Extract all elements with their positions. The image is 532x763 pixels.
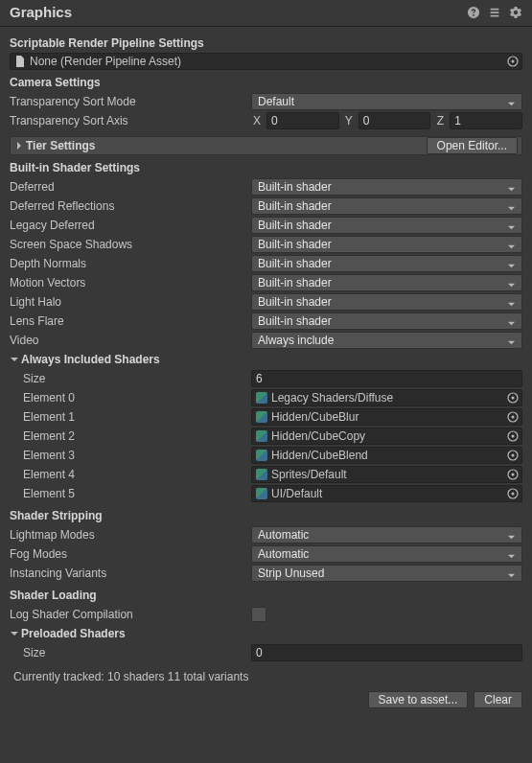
- builtin-row-label: Legacy Deferred: [10, 219, 251, 232]
- srp-title: Scriptable Render Pipeline Settings: [10, 36, 522, 50]
- stripping-title: Shader Stripping: [10, 509, 522, 522]
- file-icon: [14, 56, 26, 67]
- chevron-down-icon: [507, 98, 516, 106]
- element-label: Element 3: [10, 449, 251, 462]
- chevron-down-icon: [10, 355, 19, 364]
- builtin-row-dropdown[interactable]: Built-in shader: [251, 274, 522, 291]
- shader-icon: [256, 469, 267, 480]
- page-title: Graphics: [10, 4, 467, 20]
- shader-icon: [256, 430, 267, 442]
- gear-icon[interactable]: [509, 6, 522, 19]
- axis-z-input[interactable]: [450, 112, 522, 129]
- builtin-row-dropdown[interactable]: Built-in shader: [251, 197, 522, 215]
- included-size-input[interactable]: [251, 370, 522, 387]
- element-shader-field[interactable]: Hidden/CubeCopy: [251, 428, 522, 445]
- axis-y-input[interactable]: [359, 112, 431, 129]
- object-picker-icon[interactable]: [506, 391, 520, 405]
- fog-dropdown[interactable]: Automatic: [251, 545, 522, 563]
- chevron-down-icon: [507, 550, 516, 559]
- object-picker-icon[interactable]: [506, 55, 520, 68]
- element-shader-field[interactable]: UI/Default: [251, 485, 522, 502]
- object-picker-icon[interactable]: [506, 429, 520, 443]
- builtin-row-dropdown[interactable]: Built-in shader: [251, 178, 522, 196]
- open-editor-button[interactable]: Open Editor...: [427, 137, 518, 154]
- builtin-row-dropdown[interactable]: Built-in shader: [251, 217, 522, 234]
- chevron-down-icon: [507, 202, 516, 211]
- object-picker-icon[interactable]: [506, 468, 520, 481]
- shader-icon: [256, 488, 267, 499]
- axis-x-input[interactable]: [266, 112, 339, 129]
- instancing-dropdown[interactable]: Strip Unused: [251, 565, 522, 582]
- preloaded-size-input[interactable]: [251, 644, 522, 661]
- element-shader-field[interactable]: Legacy Shaders/Diffuse: [251, 389, 522, 406]
- element-label: Element 1: [10, 410, 251, 424]
- svg-point-9: [512, 454, 515, 457]
- srp-asset-field[interactable]: None (Render Pipeline Asset): [10, 53, 522, 70]
- builtin-row-label: Deferred Reflections: [10, 199, 251, 213]
- video-label: Video: [10, 334, 251, 347]
- video-dropdown[interactable]: Always include: [251, 332, 522, 349]
- element-shader-field[interactable]: Hidden/CubeBlend: [251, 447, 522, 464]
- srp-asset-value: None (Render Pipeline Asset): [30, 55, 506, 68]
- preloaded-foldout[interactable]: Preloaded Shaders: [10, 627, 522, 640]
- chevron-down-icon: [10, 629, 19, 638]
- clear-button[interactable]: Clear: [474, 691, 522, 708]
- axis-z-label: Z: [434, 114, 446, 127]
- object-picker-icon[interactable]: [506, 487, 520, 500]
- element-label: Element 5: [10, 487, 251, 500]
- element-label: Element 2: [10, 429, 251, 443]
- element-shader-field[interactable]: Hidden/CubeBlur: [251, 408, 522, 426]
- log-shader-checkbox[interactable]: [251, 607, 266, 622]
- help-icon[interactable]: [467, 6, 480, 19]
- loading-title: Shader Loading: [10, 589, 522, 602]
- chevron-right-icon: [14, 141, 24, 150]
- shader-icon: [256, 450, 267, 461]
- svg-point-3: [512, 397, 515, 400]
- builtin-row-dropdown[interactable]: Built-in shader: [251, 236, 522, 253]
- svg-point-1: [512, 60, 515, 63]
- chevron-down-icon: [507, 569, 516, 578]
- builtin-row-dropdown[interactable]: Built-in shader: [251, 293, 522, 311]
- builtin-title: Built-in Shader Settings: [10, 161, 522, 174]
- tracked-text: Currently tracked: 10 shaders 11 total v…: [13, 670, 522, 683]
- fog-label: Fog Modes: [10, 547, 251, 561]
- axis-x-label: X: [251, 114, 263, 127]
- chevron-down-icon: [507, 298, 516, 307]
- chevron-down-icon: [507, 260, 516, 268]
- builtin-row-label: Lens Flare: [10, 314, 251, 328]
- tier-settings-foldout[interactable]: Tier Settings Open Editor...: [10, 136, 522, 155]
- svg-point-13: [512, 493, 515, 496]
- object-picker-icon[interactable]: [506, 449, 520, 462]
- transparency-sort-mode-dropdown[interactable]: Default: [251, 93, 522, 110]
- chevron-down-icon: [507, 183, 516, 192]
- svg-point-7: [512, 435, 515, 438]
- element-label: Element 0: [10, 391, 251, 405]
- lightmap-dropdown[interactable]: Automatic: [251, 526, 522, 543]
- element-label: Element 4: [10, 468, 251, 481]
- element-shader-field[interactable]: Sprites/Default: [251, 466, 522, 483]
- svg-point-11: [512, 474, 515, 476]
- chevron-down-icon: [507, 317, 516, 326]
- chevron-down-icon: [507, 336, 516, 345]
- builtin-row-label: Deferred: [10, 180, 251, 194]
- svg-point-5: [512, 416, 515, 419]
- save-to-asset-button[interactable]: Save to asset...: [368, 691, 469, 708]
- presets-icon[interactable]: [488, 6, 501, 19]
- builtin-row-dropdown[interactable]: Built-in shader: [251, 255, 522, 272]
- included-foldout[interactable]: Always Included Shaders: [10, 353, 522, 366]
- log-shader-label: Log Shader Compilation: [10, 608, 251, 621]
- instancing-label: Instancing Variants: [10, 566, 251, 580]
- camera-title: Camera Settings: [10, 76, 522, 89]
- chevron-down-icon: [507, 221, 516, 230]
- builtin-row-dropdown[interactable]: Built-in shader: [251, 312, 522, 330]
- preloaded-size-label: Size: [10, 646, 251, 659]
- axis-y-label: Y: [343, 114, 355, 127]
- shader-icon: [256, 392, 267, 404]
- object-picker-icon[interactable]: [506, 410, 520, 424]
- shader-icon: [256, 411, 267, 423]
- transparency-sort-mode-label: Transparency Sort Mode: [10, 95, 251, 108]
- included-size-label: Size: [10, 372, 251, 385]
- chevron-down-icon: [507, 531, 516, 540]
- builtin-row-label: Screen Space Shadows: [10, 238, 251, 251]
- builtin-row-label: Depth Normals: [10, 257, 251, 270]
